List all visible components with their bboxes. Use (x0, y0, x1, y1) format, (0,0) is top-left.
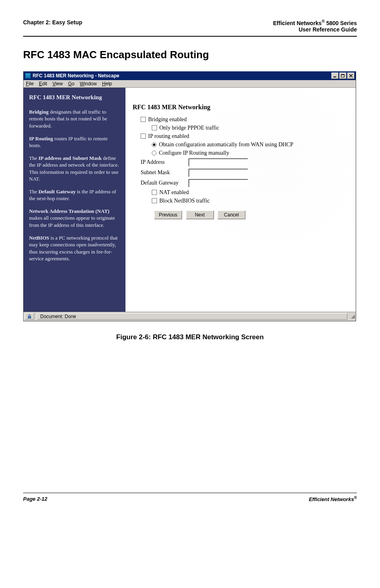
reg-mark: ® (354, 496, 357, 500)
label-manual: Configure IP Routing manually (159, 150, 229, 156)
series: 5800 Series (325, 20, 357, 26)
checkbox-icon[interactable] (152, 125, 157, 130)
checkbox-icon[interactable] (152, 190, 157, 195)
statusbar: Document: Done (24, 312, 356, 321)
chapter-left: Chapter 2: Easy Setup (23, 19, 82, 33)
field-ip-address: IP Address (141, 158, 352, 167)
form-area: Bridging enabled Only bridge PPPOE traff… (141, 116, 352, 219)
label-gateway: Default Gateway (141, 180, 188, 186)
radio-obtain-dhcp[interactable]: Obtain configuration automatically from … (152, 142, 352, 148)
sidebar-para-iprouting: IP Routing routes IP traffic to remote h… (29, 135, 121, 149)
label-iprouting: IP routing enabled (148, 133, 189, 140)
menubar: File Edit View Go Window Help (24, 80, 356, 88)
window-buttons (331, 73, 355, 79)
status-text: Document: Done (37, 313, 347, 320)
label-only-bridge: Only bridge PPPOE traffic (159, 125, 219, 131)
window-title: RFC 1483 MER Networking - Netscape (33, 73, 331, 79)
checkbox-icon[interactable] (141, 117, 146, 122)
brand-name: Efficient Networks (273, 20, 322, 26)
header-rule (23, 36, 357, 37)
sidebar-para-netbios: NetBIOS is a PC networking protocol that… (29, 234, 121, 262)
term-netbios: NetBIOS (29, 235, 49, 241)
menu-file[interactable]: File (26, 81, 33, 87)
sidebar-para-nat: Network Address Translation (NAT) makes … (29, 208, 121, 229)
product-line: Efficient Networks® 5800 Series (273, 19, 357, 26)
checkbox-block-netbios[interactable]: Block NetBIOS traffic (152, 198, 352, 204)
label-obtain: Obtain configuration automatically from … (159, 142, 293, 148)
minimize-button[interactable] (331, 73, 339, 79)
label-subnet: Subnet Mask (141, 169, 188, 176)
chapter-right: Efficient Networks® 5800 Series User Ref… (273, 19, 357, 33)
term-iprouting: IP Routing (29, 136, 53, 142)
guide-title: User Reference Guide (273, 26, 357, 33)
sidebar-para-gateway: The Default Gateway is the IP address of… (29, 188, 121, 202)
term-gateway: Default Gateway (38, 189, 76, 195)
previous-button[interactable]: Previous (154, 210, 182, 219)
input-default-gateway[interactable] (188, 179, 248, 187)
wizard-buttons: Previous Next Cancel (154, 210, 352, 219)
app-icon (25, 73, 31, 79)
menu-view[interactable]: View (53, 81, 63, 87)
form-heading: RFC 1483 MER Networking (133, 104, 352, 111)
checkbox-icon[interactable] (141, 134, 146, 139)
footer-brand: Efficient Networks® (309, 496, 357, 502)
next-button[interactable]: Next (186, 210, 214, 219)
window-titlebar[interactable]: RFC 1483 MER Networking - Netscape (24, 71, 356, 80)
checkbox-nat-enabled[interactable]: NAT enabled (152, 189, 352, 196)
menu-edit[interactable]: Edit (39, 81, 47, 87)
main-panel: RFC 1483 MER Networking Bridging enabled… (125, 88, 356, 312)
desc-nat: makes all connections appear to originat… (29, 215, 115, 228)
field-default-gateway: Default Gateway (141, 179, 352, 187)
svg-rect-0 (333, 77, 336, 77)
checkbox-only-bridge-pppoe[interactable]: Only bridge PPPOE traffic (152, 125, 352, 131)
checkbox-ip-routing[interactable]: IP routing enabled (141, 133, 352, 140)
term-bridging: Bridging (29, 109, 49, 115)
page-number: Page 2-12 (23, 496, 47, 502)
section-heading: RFC 1483 MAC Encapsulated Routing (23, 49, 357, 61)
maximize-button[interactable] (339, 73, 347, 79)
help-sidebar: RFC 1483 MER Networking Bridging designa… (24, 88, 125, 312)
menu-go[interactable]: Go (68, 81, 74, 87)
window-content: RFC 1483 MER Networking Bridging designa… (24, 88, 356, 312)
status-security-icon[interactable] (25, 313, 34, 320)
menu-window[interactable]: Window (80, 81, 97, 87)
radio-icon[interactable] (152, 151, 157, 155)
input-subnet-mask[interactable] (188, 169, 248, 177)
footer-brand-text: Efficient Networks (309, 496, 354, 502)
sidebar-title: RFC 1483 MER Networking (29, 93, 121, 101)
cancel-button[interactable]: Cancel (217, 210, 245, 219)
grip-icon (351, 315, 355, 319)
term-ipsubnet: IP address and Subnet Mask (38, 155, 102, 161)
figure-caption: Figure 2-6: RFC 1483 MER Networking Scre… (23, 333, 357, 341)
checkbox-bridging[interactable]: Bridging enabled (141, 116, 352, 123)
label-bridging: Bridging enabled (148, 116, 187, 123)
label-nat: NAT enabled (159, 189, 189, 196)
checkbox-icon[interactable] (152, 198, 157, 203)
label-netbios: Block NetBIOS traffic (159, 198, 210, 204)
term-nat: Network Address Translation (NAT) (29, 208, 110, 214)
sidebar-para-ipaddr: The IP address and Subnet Mask define th… (29, 155, 121, 183)
status-message: Document: Done (40, 314, 76, 319)
close-button[interactable] (347, 73, 355, 79)
radio-configure-manually[interactable]: Configure IP Routing manually (152, 150, 352, 156)
svg-rect-3 (28, 316, 31, 319)
input-ip-address[interactable] (188, 158, 248, 167)
field-subnet-mask: Subnet Mask (141, 169, 352, 177)
page-footer: Page 2-12 Efficient Networks® (23, 493, 357, 502)
netscape-window: RFC 1483 MER Networking - Netscape File … (23, 71, 356, 321)
chapter-header: Chapter 2: Easy Setup Efficient Networks… (23, 19, 357, 33)
svg-rect-2 (341, 74, 345, 75)
reg-mark: ® (322, 19, 325, 24)
radio-icon[interactable] (152, 142, 157, 147)
label-ip: IP Address (141, 159, 188, 165)
sidebar-para-bridging: Bridging designates that all traffic to … (29, 108, 121, 130)
menu-help[interactable]: Help (102, 81, 112, 87)
resize-grip[interactable] (349, 314, 356, 319)
